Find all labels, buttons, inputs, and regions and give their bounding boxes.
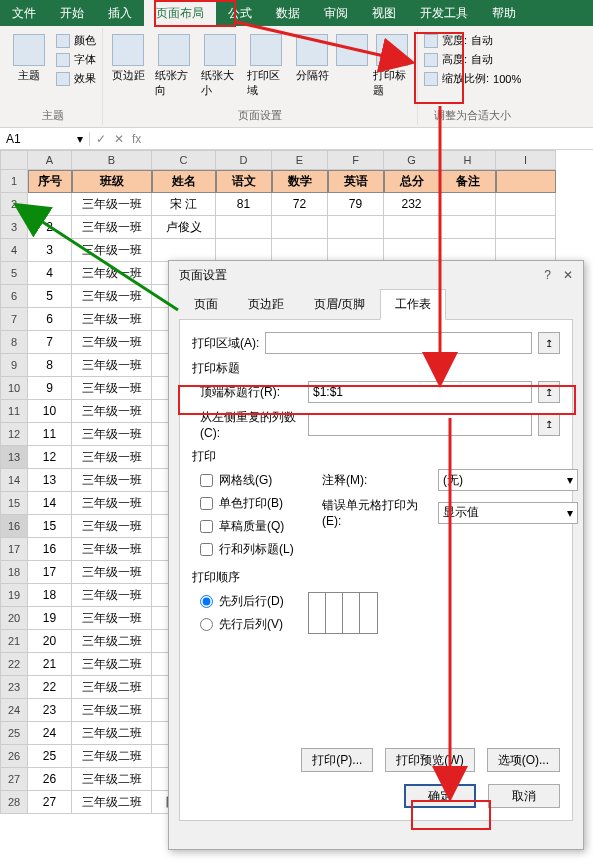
- dlg-tab-page[interactable]: 页面: [179, 289, 233, 320]
- row-hdr[interactable]: 25: [0, 722, 28, 745]
- col-hdr-b[interactable]: B: [72, 150, 152, 170]
- height-control[interactable]: 高度: 自动: [422, 51, 523, 68]
- cell[interactable]: 81: [216, 193, 272, 216]
- effects-button[interactable]: 效果: [54, 70, 98, 87]
- cell[interactable]: 18: [28, 584, 72, 607]
- row-hdr[interactable]: 10: [0, 377, 28, 400]
- tab-page-layout[interactable]: 页面布局: [144, 0, 216, 26]
- gridlines-checkbox[interactable]: 网格线(G): [192, 469, 322, 492]
- cell[interactable]: 13: [28, 469, 72, 492]
- tab-file[interactable]: 文件: [0, 0, 48, 26]
- cell[interactable]: 三年级二班: [72, 791, 152, 814]
- cell[interactable]: [496, 170, 556, 193]
- cell[interactable]: 5: [28, 285, 72, 308]
- cell[interactable]: 三年级一班: [72, 262, 152, 285]
- cell[interactable]: 三年级一班: [72, 285, 152, 308]
- cell[interactable]: 19: [28, 607, 72, 630]
- cell[interactable]: 三年级一班: [72, 492, 152, 515]
- width-control[interactable]: 宽度: 自动: [422, 32, 523, 49]
- size-button[interactable]: 纸张大小: [199, 32, 241, 100]
- cell[interactable]: 三年级一班: [72, 354, 152, 377]
- row-hdr[interactable]: 4: [0, 239, 28, 262]
- cell[interactable]: [384, 239, 440, 262]
- col-hdr-f[interactable]: F: [328, 150, 384, 170]
- cell[interactable]: 三年级二班: [72, 745, 152, 768]
- row-hdr[interactable]: 22: [0, 653, 28, 676]
- help-icon[interactable]: ?: [544, 268, 551, 282]
- errors-select[interactable]: 显示值▾: [438, 502, 578, 524]
- cell[interactable]: [272, 239, 328, 262]
- cell[interactable]: 10: [28, 400, 72, 423]
- cell[interactable]: 三年级一班: [72, 469, 152, 492]
- cell[interactable]: [272, 216, 328, 239]
- cell[interactable]: 24: [28, 722, 72, 745]
- cell[interactable]: 卢俊义: [152, 216, 216, 239]
- select-all-corner[interactable]: [0, 150, 28, 170]
- row-hdr[interactable]: 13: [0, 446, 28, 469]
- cell[interactable]: 三年级一班: [72, 515, 152, 538]
- row-hdr[interactable]: 24: [0, 699, 28, 722]
- row-hdr[interactable]: 19: [0, 584, 28, 607]
- row-hdr[interactable]: 17: [0, 538, 28, 561]
- row-hdr[interactable]: 16: [0, 515, 28, 538]
- cell[interactable]: 25: [28, 745, 72, 768]
- ok-button[interactable]: 确定: [404, 784, 476, 808]
- print-area-input[interactable]: [265, 332, 532, 354]
- dialog-titlebar[interactable]: 页面设置 ?✕: [169, 261, 583, 289]
- cell[interactable]: [216, 239, 272, 262]
- cell[interactable]: 序号: [28, 170, 72, 193]
- cell[interactable]: 三年级一班: [72, 377, 152, 400]
- cell[interactable]: 三年级一班: [72, 584, 152, 607]
- ref-select-icon[interactable]: ↥: [538, 414, 560, 436]
- cell[interactable]: 三年级二班: [72, 630, 152, 653]
- ref-select-icon[interactable]: ↥: [538, 332, 560, 354]
- cell[interactable]: 17: [28, 561, 72, 584]
- cell[interactable]: 三年级二班: [72, 722, 152, 745]
- col-hdr-e[interactable]: E: [272, 150, 328, 170]
- tab-data[interactable]: 数据: [264, 0, 312, 26]
- cell[interactable]: 三年级一班: [72, 400, 152, 423]
- cell[interactable]: 姓名: [152, 170, 216, 193]
- cell[interactable]: [440, 193, 496, 216]
- cell[interactable]: [496, 193, 556, 216]
- cell[interactable]: 27: [28, 791, 72, 814]
- row-hdr[interactable]: 14: [0, 469, 28, 492]
- cell[interactable]: 79: [328, 193, 384, 216]
- row-hdr[interactable]: 5: [0, 262, 28, 285]
- row-hdr[interactable]: 9: [0, 354, 28, 377]
- cell[interactable]: 7: [28, 331, 72, 354]
- row-hdr[interactable]: 3: [0, 216, 28, 239]
- cell[interactable]: 20: [28, 630, 72, 653]
- name-box[interactable]: A1▾: [0, 132, 90, 146]
- cell[interactable]: 三年级一班: [72, 216, 152, 239]
- cell[interactable]: 总分: [384, 170, 440, 193]
- row-hdr[interactable]: 6: [0, 285, 28, 308]
- margins-button[interactable]: 页边距: [107, 32, 149, 85]
- cell[interactable]: 三年级一班: [72, 561, 152, 584]
- row-hdr[interactable]: 2: [0, 193, 28, 216]
- tab-home[interactable]: 开始: [48, 0, 96, 26]
- row-hdr[interactable]: 11: [0, 400, 28, 423]
- scale-control[interactable]: 缩放比例: 100%: [422, 70, 523, 87]
- options-button[interactable]: 选项(O)...: [487, 748, 560, 772]
- bw-checkbox[interactable]: 单色打印(B): [192, 492, 322, 515]
- dlg-tab-header-footer[interactable]: 页眉/页脚: [299, 289, 380, 320]
- dlg-tab-margins[interactable]: 页边距: [233, 289, 299, 320]
- comments-select[interactable]: (无)▾: [438, 469, 578, 491]
- cell[interactable]: 三年级一班: [72, 331, 152, 354]
- draft-checkbox[interactable]: 草稿质量(Q): [192, 515, 322, 538]
- tab-review[interactable]: 审阅: [312, 0, 360, 26]
- cell[interactable]: 三年级一班: [72, 308, 152, 331]
- row-hdr[interactable]: 18: [0, 561, 28, 584]
- themes-button[interactable]: 主题: [8, 32, 50, 85]
- cell[interactable]: 三年级一班: [72, 193, 152, 216]
- cell[interactable]: 三年级二班: [72, 653, 152, 676]
- row-hdr[interactable]: 20: [0, 607, 28, 630]
- row-hdr[interactable]: 21: [0, 630, 28, 653]
- print-titles-button[interactable]: 打印标题: [371, 32, 413, 100]
- cell[interactable]: 三年级一班: [72, 607, 152, 630]
- cell[interactable]: 班级: [72, 170, 152, 193]
- cell[interactable]: 宋 江: [152, 193, 216, 216]
- cell[interactable]: 26: [28, 768, 72, 791]
- cell[interactable]: [328, 216, 384, 239]
